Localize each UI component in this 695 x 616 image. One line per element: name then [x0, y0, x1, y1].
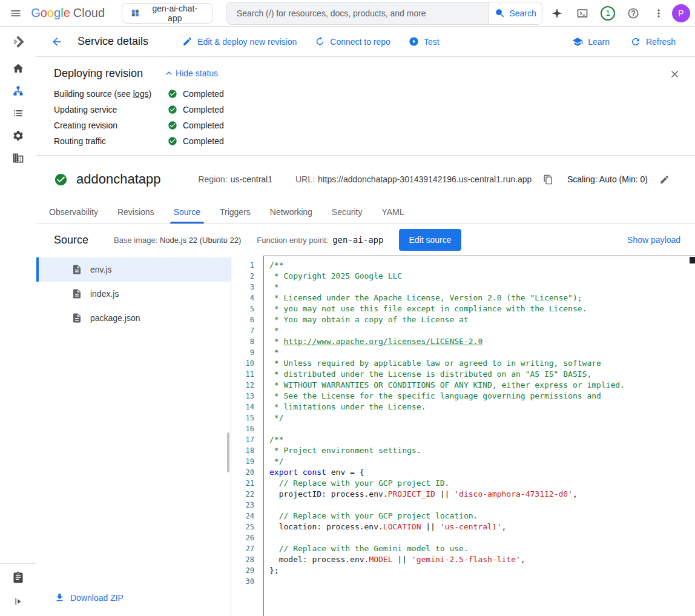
help-button[interactable]: [621, 1, 645, 25]
file-item[interactable]: env.js: [36, 257, 231, 282]
search-input[interactable]: [227, 2, 489, 24]
refresh-button[interactable]: Refresh: [623, 31, 683, 52]
rail-item-organization[interactable]: [0, 147, 36, 169]
deploy-step-status-text: Completed: [183, 121, 224, 130]
more-vert-icon: [653, 7, 665, 19]
deploy-panel-title: Deploying revision: [54, 67, 143, 80]
editor-scrollbar-thumb[interactable]: [690, 257, 695, 263]
service-name: addonchatapp: [76, 171, 160, 187]
deploy-step-status-text: Completed: [183, 105, 224, 114]
avatar[interactable]: P: [672, 4, 690, 22]
code-token: ||: [435, 489, 454, 498]
code-token: */: [269, 457, 283, 466]
region-value: us-central1: [231, 174, 272, 184]
code-line: [269, 500, 688, 511]
learn-button[interactable]: Learn: [565, 31, 617, 52]
logo-letter: G: [31, 6, 41, 19]
code-line: // Replace with your GCP project locatio…: [269, 511, 688, 522]
rail-item-integrations[interactable]: [0, 124, 36, 147]
rail-item-jobs[interactable]: [0, 102, 36, 124]
rail-item-services[interactable]: [0, 79, 36, 102]
line-number: 9: [231, 347, 254, 358]
notifications-button[interactable]: 1: [596, 1, 620, 25]
code-token: * limitations under the License.: [269, 402, 426, 411]
list-icon: [12, 107, 24, 119]
edit-source-button[interactable]: Edit source: [399, 229, 461, 251]
left-rail: [0, 27, 36, 616]
back-arrow-icon: [51, 36, 63, 48]
search-button[interactable]: Search: [489, 2, 542, 24]
base-image-label: Base image:: [114, 236, 157, 245]
line-number: 4: [231, 293, 254, 303]
cloud-shell-button[interactable]: [570, 1, 595, 25]
code-line: [269, 423, 688, 434]
code-line: location: process.env.LOCATION || 'us-ce…: [269, 522, 688, 532]
show-payload-link[interactable]: Show payload: [624, 234, 684, 245]
logs-link[interactable]: logs: [133, 89, 149, 99]
file-item[interactable]: package.json: [36, 306, 231, 330]
rail-item-release-notes[interactable]: [0, 565, 36, 589]
code-token: PROJECT_ID: [388, 489, 435, 498]
entry-point-value: gen-ai-app: [332, 235, 383, 245]
copy-url-button[interactable]: [538, 170, 558, 189]
line-number: 28: [231, 554, 254, 565]
tab-networking[interactable]: Networking: [260, 200, 322, 224]
rail-item-home[interactable]: [0, 57, 36, 79]
file-item[interactable]: index.js: [36, 282, 231, 306]
entry-point: Function entry point: gen-ai-app: [257, 235, 383, 245]
code-line: model: process.env.MODEL || 'gemini-2.5-…: [269, 554, 688, 565]
line-number: 2: [231, 271, 254, 282]
line-number: 19: [231, 456, 254, 467]
edit-deploy-button[interactable]: Edit & deploy new revision: [175, 31, 304, 51]
code-token: env = {: [326, 468, 364, 477]
tab-observability[interactable]: Observability: [39, 200, 108, 224]
deploy-status-panel: Deploying revision Hide status Building …: [36, 57, 695, 156]
download-zip-button[interactable]: Download ZIP: [54, 590, 124, 605]
line-number: 6: [231, 314, 254, 325]
editor-gutter: 1234567891011121314151617181920212223242…: [231, 256, 263, 616]
file-icon: [71, 264, 82, 275]
code-area[interactable]: /** * Copyright 2025 Google LLC * * Lice…: [263, 256, 695, 616]
line-number: 12: [231, 380, 254, 391]
file-panel-scrollbar[interactable]: [227, 432, 229, 472]
code-line: // Replace with the Gemini model to use.: [269, 543, 688, 554]
code-token: http://www.apache.org/licenses/LICENSE-2…: [283, 337, 483, 346]
cloud-run-logo-icon: [10, 34, 26, 50]
rail-item-collapse[interactable]: [0, 589, 36, 614]
edit-scaling-button[interactable]: [654, 169, 674, 190]
more-options-button[interactable]: [647, 1, 671, 25]
service-summary: addonchatapp Region: us-central1 URL: ht…: [36, 156, 695, 200]
code-token: };: [269, 566, 279, 575]
tab-security[interactable]: Security: [322, 200, 372, 224]
project-name: gen-ai-chat-app: [146, 4, 204, 23]
hamburger-menu-icon: [10, 7, 22, 19]
code-line: /**: [269, 434, 688, 445]
help-icon: [627, 7, 639, 19]
code-token: // Replace with your GCP project ID.: [269, 479, 449, 488]
back-button[interactable]: [45, 30, 69, 54]
project-selector-button[interactable]: gen-ai-chat-app: [122, 3, 213, 24]
tab-revisions[interactable]: Revisions: [108, 200, 164, 224]
check-circle-icon: [168, 121, 177, 130]
code-line: * http://www.apache.org/licenses/LICENSE…: [269, 336, 688, 347]
tab-source[interactable]: Source: [164, 200, 210, 224]
gemini-button[interactable]: [545, 1, 569, 25]
code-token: * You may obtain a copy of the License a…: [269, 315, 469, 324]
tab-yaml[interactable]: YAML: [372, 200, 413, 224]
line-number: 16: [231, 423, 254, 434]
line-number: 3: [231, 282, 254, 293]
code-token: MODEL: [369, 555, 392, 564]
building-icon: [12, 152, 24, 164]
line-number: 30: [231, 576, 254, 587]
main-menu-button[interactable]: [4, 1, 27, 25]
tab-triggers[interactable]: Triggers: [210, 200, 260, 224]
line-number: 10: [231, 358, 254, 369]
deploy-step-label: Updating service: [54, 105, 168, 114]
code-token: ,: [521, 555, 525, 564]
connect-repo-button[interactable]: Connect to repo: [308, 31, 398, 51]
test-button[interactable]: Test: [401, 31, 447, 51]
hide-status-toggle[interactable]: Hide status: [161, 65, 220, 81]
download-zip-label: Download ZIP: [70, 593, 124, 603]
code-line: * Unless required by applicable law or a…: [269, 358, 688, 369]
close-panel-button[interactable]: [662, 62, 687, 86]
